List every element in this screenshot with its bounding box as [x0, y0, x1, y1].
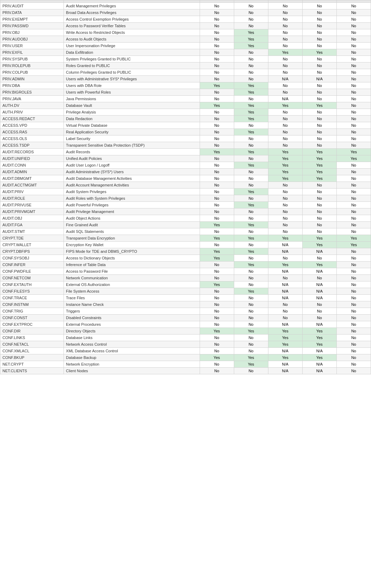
cell-value: Yes: [336, 155, 371, 162]
cell-value: Yes: [336, 242, 371, 248]
cell-id: CRYPT.WALLET: [0, 242, 64, 248]
cell-desc: Network Access Control: [64, 341, 200, 348]
cell-desc: Users with DBA Role: [64, 82, 200, 89]
cell-value: No: [200, 295, 234, 301]
cell-desc: Users with Administrative SYS* Privilege…: [64, 76, 200, 82]
cell-value: No: [234, 215, 268, 222]
cell-value: No: [234, 348, 268, 354]
cell-value: No: [302, 182, 336, 189]
cell-value: Yes: [200, 235, 234, 242]
table-row: AUDIT.UNIFIEDUnified Audit PoliciesNoNoY…: [0, 155, 371, 162]
cell-value: No: [302, 142, 336, 149]
privileges-table: PRIV.AUDITAudit Management PrivilegesNoN…: [0, 0, 371, 374]
cell-value: No: [234, 368, 268, 374]
cell-value: No: [234, 208, 268, 215]
cell-value: No: [268, 308, 302, 315]
cell-id: CONF.INFER: [0, 262, 64, 268]
cell-value: Yes: [234, 116, 268, 122]
cell-value: Yes: [268, 49, 302, 56]
cell-value: Yes: [234, 222, 268, 228]
cell-desc: Access to Audit Objects: [64, 36, 200, 43]
cell-value: No: [234, 69, 268, 76]
cell-value: No: [200, 162, 234, 169]
cell-value: Yes: [234, 82, 268, 89]
cell-id: AUDIT.UNIFIED: [0, 155, 64, 162]
cell-value: Yes: [302, 341, 336, 348]
cell-value: No: [200, 208, 234, 215]
cell-value: No: [336, 56, 371, 63]
cell-value: N/A: [302, 348, 336, 354]
cell-desc: Database Links: [64, 335, 200, 341]
cell-value: No: [336, 162, 371, 169]
cell-value: No: [200, 202, 234, 208]
cell-desc: Audit Roles with System Privileges: [64, 195, 200, 202]
cell-value: No: [336, 262, 371, 268]
cell-value: Yes: [302, 49, 336, 56]
cell-value: No: [268, 116, 302, 122]
col-header-id: [0, 0, 64, 3]
cell-value: No: [268, 23, 302, 29]
cell-value: No: [200, 262, 234, 268]
cell-value: Yes: [302, 162, 336, 169]
cell-value: No: [336, 328, 371, 335]
cell-value: No: [302, 89, 336, 96]
cell-id: PRIV.PASSWD: [0, 23, 64, 29]
cell-id: AUDIT.PRIVMGMT: [0, 208, 64, 215]
cell-value: No: [268, 36, 302, 43]
table-row: ACCESS.REDACTData RedactionNoYesNoNoNo: [0, 116, 371, 122]
cell-id: PRIV.BIGROLES: [0, 89, 64, 96]
cell-desc: Access to Password File: [64, 268, 200, 275]
cell-value: No: [234, 341, 268, 348]
cell-value: No: [302, 29, 336, 36]
cell-value: No: [268, 255, 302, 262]
cell-value: No: [336, 23, 371, 29]
cell-id: CONF.TRIG: [0, 308, 64, 315]
cell-id: AUDIT.DBMGMT: [0, 175, 64, 182]
cell-value: No: [302, 69, 336, 76]
cell-value: No: [234, 301, 268, 308]
cell-value: No: [302, 23, 336, 29]
cell-value: No: [302, 228, 336, 235]
col-header-5: [336, 0, 371, 3]
cell-value: Yes: [302, 242, 336, 248]
cell-value: No: [200, 89, 234, 96]
cell-value: Yes: [302, 175, 336, 182]
table-row: PRIV.DATABroad Data Access PrivilegesNoN…: [0, 9, 371, 16]
cell-value: No: [234, 182, 268, 189]
cell-value: Yes: [268, 328, 302, 335]
cell-desc: Data Redaction: [64, 116, 200, 122]
cell-value: No: [268, 122, 302, 129]
cell-value: No: [268, 215, 302, 222]
table-row: NET.CLIENTSClient NodesNoNoN/AN/ANo: [0, 368, 371, 374]
cell-value: Yes: [200, 281, 234, 288]
cell-desc: Audit Management Privileges: [64, 3, 200, 9]
col-header-4: [302, 0, 336, 3]
cell-value: No: [200, 242, 234, 248]
cell-value: No: [200, 36, 234, 43]
cell-value: No: [234, 281, 268, 288]
cell-value: Yes: [234, 36, 268, 43]
cell-value: No: [336, 341, 371, 348]
cell-value: Yes: [268, 149, 302, 155]
cell-value: Yes: [234, 288, 268, 295]
table-row: CONF.INFERInference of Table DataNoYesYe…: [0, 262, 371, 268]
cell-value: No: [200, 348, 234, 354]
cell-value: No: [234, 135, 268, 142]
cell-value: No: [268, 63, 302, 69]
cell-id: AUTH.PRIV: [0, 109, 64, 116]
table-header-row: [0, 0, 371, 3]
cell-desc: Users with Powerful Roles: [64, 89, 200, 96]
cell-value: No: [200, 361, 234, 368]
cell-value: No: [302, 315, 336, 321]
cell-id: AUDIT.ROLE: [0, 195, 64, 202]
cell-value: No: [336, 288, 371, 295]
cell-id: CONF.XMLACL: [0, 348, 64, 354]
cell-value: No: [336, 36, 371, 43]
cell-value: Yes: [200, 328, 234, 335]
cell-value: No: [200, 182, 234, 189]
cell-desc: Audit Records: [64, 149, 200, 155]
cell-value: No: [200, 315, 234, 321]
cell-desc: Encryption Key Wallet: [64, 242, 200, 248]
cell-value: Yes: [200, 149, 234, 155]
cell-value: No: [268, 315, 302, 321]
